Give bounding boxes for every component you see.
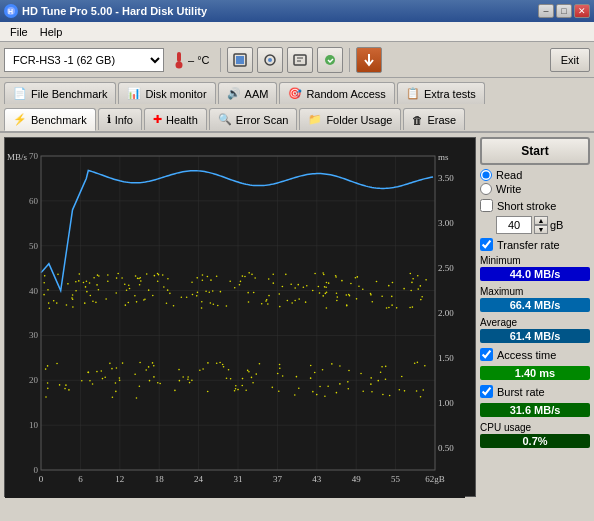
access-time-checkbox-item[interactable]: Access time <box>480 348 590 361</box>
main-content: Start Read Write Short stroke ▲ ▼ gB <box>0 133 594 501</box>
access-time-checkbox[interactable] <box>480 348 493 361</box>
average-label: Average <box>480 317 590 328</box>
minimize-button[interactable]: – <box>538 4 554 18</box>
tab-random-access[interactable]: 🎯 Random Access <box>279 82 394 104</box>
tab-error-scan-label: Error Scan <box>236 114 289 126</box>
spinner-up-button[interactable]: ▲ <box>534 216 548 225</box>
spinner-input[interactable] <box>496 216 532 234</box>
menu-bar: File Help <box>0 22 594 42</box>
cpu-value: 0.7% <box>480 434 590 448</box>
short-stroke-checkbox[interactable] <box>480 199 493 212</box>
transfer-rate-label: Transfer rate <box>497 239 560 251</box>
help-menu[interactable]: Help <box>34 24 69 40</box>
tabs-row-2: ⚡ Benchmark ℹ Info ✚ Health 🔍 Error Scan… <box>0 104 594 131</box>
tabs-row-1: 📄 File Benchmark 📊 Disk monitor 🔊 AAM 🎯 … <box>0 78 594 104</box>
tab-aam[interactable]: 🔊 AAM <box>218 82 278 104</box>
spinner-row: ▲ ▼ gB <box>496 216 590 234</box>
disk-monitor-icon: 📊 <box>127 87 141 100</box>
title-bar: H HD Tune Pro 5.00 - Hard Disk Utility –… <box>0 0 594 22</box>
svg-rect-8 <box>294 55 306 65</box>
access-time-label: Access time <box>497 349 556 361</box>
separator <box>220 48 221 72</box>
close-button[interactable]: ✕ <box>574 4 590 18</box>
tab-info-label: Info <box>115 114 133 126</box>
random-access-icon: 🎯 <box>288 87 302 100</box>
aam-icon: 🔊 <box>227 87 241 100</box>
exit-button[interactable]: Exit <box>550 48 590 72</box>
short-stroke-checkbox-item[interactable]: Short stroke <box>480 199 590 212</box>
minimum-section: Minimum 44.0 MB/s <box>480 255 590 282</box>
toolbar: FCR-HS3 -1 (62 GB) – °C Exit <box>0 42 594 78</box>
tab-benchmark-label: Benchmark <box>31 114 87 126</box>
maximum-label: Maximum <box>480 286 590 297</box>
tab-disk-monitor[interactable]: 📊 Disk monitor <box>118 82 215 104</box>
tab-aam-label: AAM <box>245 88 269 100</box>
short-stroke-label: Short stroke <box>497 200 556 212</box>
maximize-button[interactable]: □ <box>556 4 572 18</box>
tab-erase-label: Erase <box>427 114 456 126</box>
tab-file-benchmark-label: File Benchmark <box>31 88 107 100</box>
burst-rate-checkbox-item[interactable]: Burst rate <box>480 385 590 398</box>
access-time-value: 1.40 ms <box>480 366 590 380</box>
average-value: 61.4 MB/s <box>480 329 590 343</box>
spinner-buttons: ▲ ▼ <box>534 216 548 234</box>
toolbar-btn-2[interactable] <box>257 47 283 73</box>
transfer-rate-checkbox-item[interactable]: Transfer rate <box>480 238 590 251</box>
file-menu[interactable]: File <box>4 24 34 40</box>
tab-info[interactable]: ℹ Info <box>98 108 142 130</box>
svg-rect-5 <box>236 56 244 64</box>
svg-point-7 <box>268 58 272 62</box>
chart-area <box>4 137 476 497</box>
read-write-radio-group: Read Write <box>480 169 590 195</box>
read-radio-item[interactable]: Read <box>480 169 590 181</box>
read-radio[interactable] <box>480 169 492 181</box>
spinner-down-button[interactable]: ▼ <box>534 225 548 234</box>
svg-rect-2 <box>177 52 181 62</box>
toolbar-btn-5[interactable] <box>356 47 382 73</box>
cpu-section: CPU usage 0.7% <box>480 422 590 449</box>
right-panel: Start Read Write Short stroke ▲ ▼ gB <box>480 137 590 497</box>
toolbar-btn-3[interactable] <box>287 47 313 73</box>
burst-rate-checkbox[interactable] <box>480 385 493 398</box>
drive-selector[interactable]: FCR-HS3 -1 (62 GB) <box>4 48 164 72</box>
tab-folder-usage[interactable]: 📁 Folder Usage <box>299 108 401 130</box>
gb-label: gB <box>550 219 563 231</box>
transfer-rate-checkbox[interactable] <box>480 238 493 251</box>
health-icon: ✚ <box>153 113 162 126</box>
toolbar-btn-1[interactable] <box>227 47 253 73</box>
read-label: Read <box>496 169 522 181</box>
write-label: Write <box>496 183 521 195</box>
tab-benchmark[interactable]: ⚡ Benchmark <box>4 108 96 131</box>
benchmark-chart <box>5 138 465 498</box>
write-radio[interactable] <box>480 183 492 195</box>
tab-disk-monitor-label: Disk monitor <box>145 88 206 100</box>
tab-file-benchmark[interactable]: 📄 File Benchmark <box>4 82 116 104</box>
app-icon: H <box>4 4 18 18</box>
minimum-value: 44.0 MB/s <box>480 267 590 281</box>
erase-icon: 🗑 <box>412 114 423 126</box>
average-section: Average 61.4 MB/s <box>480 317 590 344</box>
write-radio-item[interactable]: Write <box>480 183 590 195</box>
error-scan-icon: 🔍 <box>218 113 232 126</box>
tab-random-access-label: Random Access <box>306 88 385 100</box>
info-icon: ℹ <box>107 113 111 126</box>
tab-extra-tests[interactable]: 📋 Extra tests <box>397 82 485 104</box>
minimum-label: Minimum <box>480 255 590 266</box>
tab-health-label: Health <box>166 114 198 126</box>
window-title: HD Tune Pro 5.00 - Hard Disk Utility <box>22 5 207 17</box>
tab-error-scan[interactable]: 🔍 Error Scan <box>209 108 298 130</box>
thermometer-icon <box>172 51 186 69</box>
temp-display: – °C <box>188 54 210 66</box>
tabs-row-1-container: 📄 File Benchmark 📊 Disk monitor 🔊 AAM 🎯 … <box>0 78 594 133</box>
svg-text:H: H <box>8 8 13 15</box>
svg-point-3 <box>176 61 183 68</box>
toolbar-btn-4[interactable] <box>317 47 343 73</box>
tab-folder-usage-label: Folder Usage <box>326 114 392 126</box>
file-benchmark-icon: 📄 <box>13 87 27 100</box>
start-button[interactable]: Start <box>480 137 590 165</box>
cpu-label: CPU usage <box>480 422 590 433</box>
tab-health[interactable]: ✚ Health <box>144 108 207 130</box>
separator-2 <box>349 48 350 72</box>
benchmark-icon: ⚡ <box>13 113 27 126</box>
tab-erase[interactable]: 🗑 Erase <box>403 108 465 130</box>
